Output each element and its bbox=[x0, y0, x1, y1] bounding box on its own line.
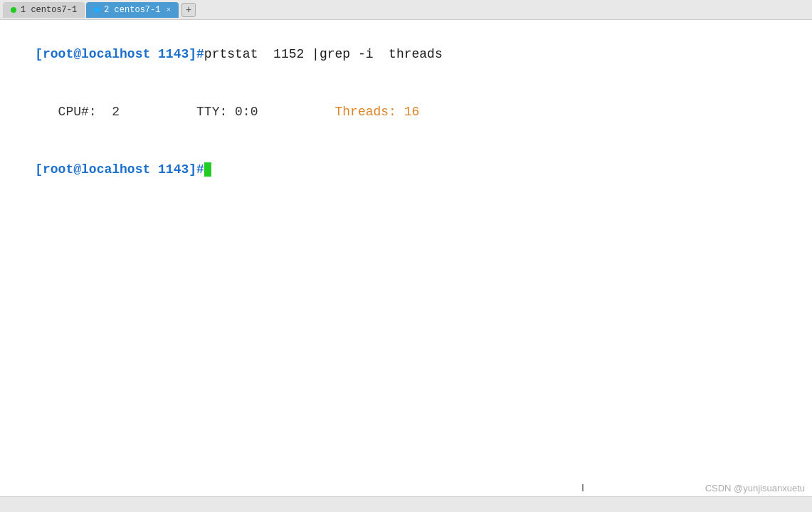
tab-1-centos7-1[interactable]: 1 centos7-1 bbox=[3, 2, 85, 18]
terminal-cursor bbox=[204, 162, 211, 177]
add-tab-button[interactable]: + bbox=[181, 3, 196, 17]
tab-2-label: 2 centos7-1 bbox=[104, 5, 160, 15]
tab-2-centos7-1[interactable]: 2 centos7-1 × bbox=[86, 2, 179, 18]
tab-close-icon[interactable]: × bbox=[166, 6, 171, 14]
tab-dot-2 bbox=[94, 7, 100, 13]
command-text: prtstat 1152 |grep -i threads bbox=[204, 47, 443, 61]
terminal-output-line: CPU#: 2 TTY: 0:0 Threads: 16 bbox=[4, 83, 808, 141]
terminal-area[interactable]: [root@localhost 1143]#prtstat 1152 |grep… bbox=[0, 20, 812, 496]
tab-1-label: 1 centos7-1 bbox=[21, 5, 77, 15]
prompt-1: [root@localhost 1143]# bbox=[35, 47, 204, 61]
terminal-prompt-line: [root@localhost 1143]# bbox=[4, 141, 808, 199]
threads-label: Threads: 16 bbox=[335, 105, 420, 119]
watermark: CSDN @yunjisuanxuetu bbox=[705, 483, 805, 493]
terminal-command-line: [root@localhost 1143]#prtstat 1152 |grep… bbox=[4, 26, 808, 83]
tab-dot-1 bbox=[11, 7, 16, 13]
cursor-indicator: I bbox=[581, 482, 584, 493]
title-bar: 1 centos7-1 2 centos7-1 × + bbox=[0, 0, 812, 20]
prompt-2: [root@localhost 1143]# bbox=[35, 162, 204, 177]
add-tab-icon: + bbox=[186, 4, 191, 16]
status-bar bbox=[0, 496, 812, 512]
cpu-label: CPU#: 2 TTY: 0:0 bbox=[35, 105, 334, 119]
